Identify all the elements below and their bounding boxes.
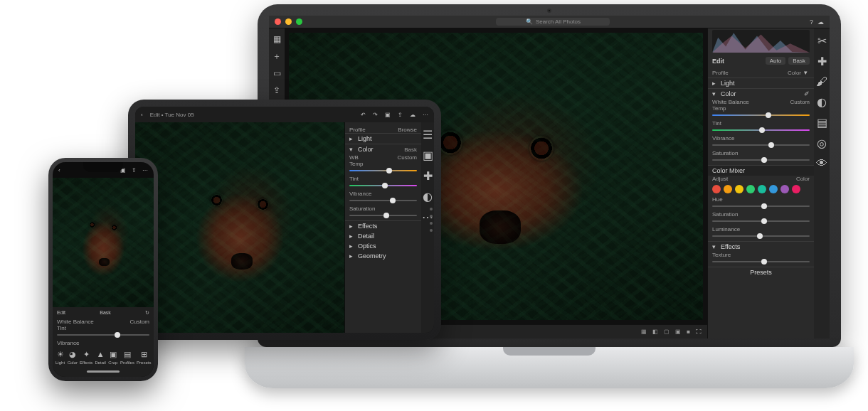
- heal-icon[interactable]: ✚: [817, 55, 827, 68]
- brush-icon[interactable]: 🖌: [816, 75, 827, 88]
- tool-presets[interactable]: ⊞Presets: [137, 349, 151, 365]
- wb-value[interactable]: Custom: [790, 99, 810, 105]
- swatch-blue[interactable]: [769, 185, 778, 193]
- t-color[interactable]: Color Bask: [345, 144, 421, 154]
- ph-wb-value[interactable]: Custom: [129, 319, 149, 325]
- book-icon[interactable]: ▭: [272, 68, 282, 78]
- saturation-slider[interactable]: [712, 159, 810, 161]
- crop-icon[interactable]: ✂: [817, 34, 827, 48]
- share-icon[interactable]: ⇪: [132, 167, 137, 174]
- tablet-photo[interactable]: [135, 122, 344, 333]
- t-effects[interactable]: Effects: [345, 221, 421, 231]
- plus-icon[interactable]: ＋: [272, 51, 282, 61]
- back-icon[interactable]: ‹: [58, 167, 60, 174]
- ph-edit[interactable]: Edit: [57, 310, 65, 316]
- sat2-slider[interactable]: [712, 220, 810, 222]
- ph-mode[interactable]: Bask: [100, 310, 111, 316]
- search-placeholder: Search All Photos: [536, 18, 581, 25]
- chevron-down-icon: [712, 243, 718, 250]
- swatch-orange[interactable]: [724, 185, 732, 193]
- profile-value[interactable]: Color: [788, 70, 801, 76]
- swatch-red[interactable]: [712, 185, 721, 193]
- t-optics[interactable]: Optics: [345, 241, 421, 251]
- lum-slider[interactable]: [712, 235, 810, 237]
- histogram[interactable]: [712, 30, 810, 53]
- eyedropper-icon[interactable]: ✐: [804, 90, 810, 97]
- search-field[interactable]: 🔍 Search All Photos: [496, 18, 610, 26]
- share-icon[interactable]: ⇪: [398, 112, 403, 118]
- mask-icon[interactable]: ◐: [817, 95, 827, 109]
- presets-button[interactable]: Presets: [708, 267, 814, 277]
- ph-vibrance: Vibrance: [57, 340, 79, 346]
- mixer-mode[interactable]: Color: [796, 176, 810, 182]
- undo-icon[interactable]: ↶: [361, 112, 366, 118]
- cloud-icon[interactable]: ☁: [817, 18, 824, 26]
- texture-slider[interactable]: [712, 261, 810, 262]
- detail-icon[interactable]: ▣: [675, 329, 681, 335]
- t-profile-value[interactable]: Browse: [398, 127, 417, 133]
- grid-icon[interactable]: ▦: [641, 329, 647, 335]
- tab-bask[interactable]: Bask: [788, 57, 810, 65]
- home-indicator[interactable]: [87, 370, 120, 373]
- fit-icon[interactable]: ⛶: [696, 329, 702, 335]
- t-saturation-slider[interactable]: [349, 215, 417, 216]
- presets-label: Presets: [750, 269, 772, 276]
- color-icon: ◕: [68, 349, 78, 359]
- traffic-close[interactable]: [275, 18, 281, 25]
- help-icon[interactable]: ?: [810, 18, 813, 26]
- redo-icon[interactable]: ↷: [373, 112, 378, 118]
- section-light[interactable]: Light: [708, 78, 814, 88]
- mask-icon[interactable]: ◐: [423, 190, 433, 203]
- section-color[interactable]: Color ✐: [708, 89, 814, 99]
- single-icon[interactable]: ▢: [664, 329, 669, 335]
- t-vibrance-slider[interactable]: [349, 200, 417, 201]
- more-icon[interactable]: ⋯: [142, 167, 148, 174]
- reset-icon[interactable]: ↻: [145, 310, 149, 316]
- swatch-aqua[interactable]: [758, 185, 766, 193]
- swatch-purple[interactable]: [780, 185, 789, 193]
- sliders-icon[interactable]: ☰: [423, 128, 433, 142]
- back-icon[interactable]: ‹: [141, 112, 143, 118]
- tablet-title: Edit • Tue Nov 05: [150, 112, 194, 118]
- tab-auto[interactable]: Auto: [766, 57, 785, 65]
- temp-slider[interactable]: [712, 114, 810, 116]
- traffic-max[interactable]: [296, 18, 302, 25]
- chevron-down-icon[interactable]: [804, 69, 810, 76]
- tool-light[interactable]: ☀Light: [55, 349, 65, 365]
- eye-icon[interactable]: 👁: [816, 157, 827, 170]
- phone-photo[interactable]: [53, 178, 154, 307]
- share-icon[interactable]: ⇪: [272, 85, 282, 95]
- compare-icon[interactable]: ◧: [652, 329, 658, 335]
- home-icon[interactable]: ▦: [272, 34, 282, 44]
- t-light[interactable]: Light: [345, 134, 421, 144]
- tool-color[interactable]: ◕Color: [68, 349, 78, 365]
- swatch-green[interactable]: [746, 185, 755, 193]
- swatch-magenta[interactable]: [792, 185, 800, 193]
- vibrance-slider[interactable]: [712, 144, 810, 146]
- crop-icon[interactable]: ▣: [423, 149, 433, 162]
- radial-icon[interactable]: ◎: [817, 137, 827, 150]
- t-temp-slider[interactable]: [349, 170, 417, 171]
- section-effects[interactable]: Effects: [708, 242, 814, 252]
- tool-detail[interactable]: ▲Detail: [95, 349, 105, 365]
- grad-icon[interactable]: ▤: [817, 116, 827, 129]
- swatch-yellow[interactable]: [735, 185, 743, 193]
- crop-icon[interactable]: ▣: [385, 112, 391, 118]
- ph-tint-slider[interactable]: [57, 334, 149, 336]
- tool-crop[interactable]: ▣Crop: [108, 349, 118, 365]
- tool-profiles[interactable]: ▤Profiles: [120, 349, 134, 365]
- light-label: Light: [721, 80, 735, 87]
- tint-slider[interactable]: [712, 129, 810, 131]
- t-geometry[interactable]: Geometry: [345, 251, 421, 261]
- traffic-min[interactable]: [285, 18, 292, 25]
- hue-slider[interactable]: [712, 206, 810, 207]
- cloud-icon[interactable]: ☁: [410, 112, 416, 118]
- tool-effects[interactable]: ✦Effects: [80, 349, 92, 365]
- heal-icon[interactable]: ✚: [423, 169, 433, 183]
- t-tint-slider[interactable]: [349, 185, 417, 186]
- t-color-mode[interactable]: Bask: [404, 146, 417, 153]
- square-icon[interactable]: ■: [687, 329, 690, 335]
- t-detail[interactable]: Detail: [345, 231, 421, 241]
- more-icon[interactable]: ⋯: [423, 112, 428, 118]
- t-wb-value[interactable]: Custom: [397, 154, 417, 161]
